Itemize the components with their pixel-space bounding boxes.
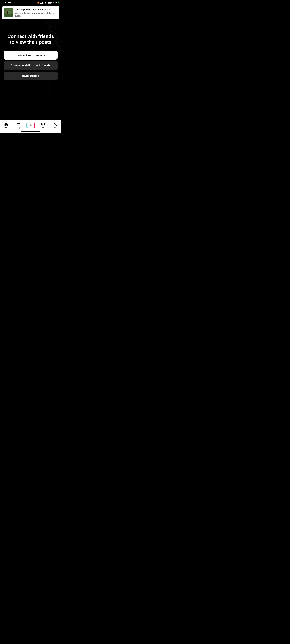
nav-inbox[interactable]: Inbox [37, 122, 49, 128]
signal-icon [40, 2, 43, 4]
status-bar: 6:43 🔕 89% [0, 0, 61, 4]
connect-contacts-button[interactable]: Connect with contacts [4, 51, 58, 60]
nav-inbox-label: Inbox [41, 127, 45, 128]
battery-icon [48, 2, 52, 4]
battery-dot [58, 2, 59, 3]
nav-home-label: Home [4, 127, 8, 128]
status-right: 🔕 89% [37, 2, 59, 4]
svg-rect-9 [48, 2, 51, 3]
notification-card[interactable]: Private photos and effect posted View pr… [2, 6, 60, 20]
buttons-container: Connect with contacts Connect with Faceb… [4, 51, 58, 80]
nav-home[interactable]: Home [0, 122, 12, 128]
nav-create[interactable] [24, 123, 37, 128]
nav-shop[interactable]: Shop [12, 122, 24, 128]
connect-facebook-button[interactable]: Connect with Facebook friends [4, 61, 58, 70]
svg-point-23 [54, 123, 56, 124]
nav-profile[interactable]: Profile [49, 122, 61, 128]
time: 6:43 [2, 1, 7, 4]
svg-text:🔕: 🔕 [37, 2, 40, 4]
camera-icon [8, 2, 11, 4]
status-left: 6:43 [2, 1, 11, 4]
wifi-icon [44, 2, 47, 4]
svg-rect-22 [41, 123, 44, 125]
notification-title: Private photos and effect posted [15, 8, 57, 11]
bottom-nav: Home Shop Inbox [0, 120, 61, 133]
profile-icon [53, 122, 58, 126]
svg-rect-21 [17, 124, 20, 126]
invite-friends-button[interactable]: Invite friends [4, 72, 58, 80]
svg-rect-5 [42, 2, 42, 4]
main-content: Connect with friendsto view their posts … [0, 21, 61, 80]
svg-marker-1 [10, 2, 11, 4]
nav-shop-label: Shop [16, 127, 20, 128]
home-icon [4, 122, 8, 126]
inbox-icon [41, 122, 45, 126]
nav-profile-label: Profile [53, 127, 58, 128]
svg-rect-4 [41, 2, 42, 4]
svg-rect-3 [40, 3, 41, 4]
svg-rect-6 [42, 2, 43, 4]
home-indicator [21, 132, 40, 132]
create-button-inner [27, 123, 34, 128]
create-button[interactable] [27, 123, 34, 128]
notification-thumbnail [4, 8, 13, 17]
mute-icon: 🔕 [37, 2, 40, 4]
svg-point-20 [7, 10, 9, 12]
notification-subtitle: View private photos on your profile. Eff… [15, 12, 57, 17]
headline: Connect with friendsto view their posts [8, 33, 54, 45]
svg-rect-0 [8, 2, 10, 4]
svg-rect-8 [52, 2, 52, 3]
battery-percent: 89% [53, 2, 57, 4]
shop-icon [16, 122, 20, 126]
notification-text: Private photos and effect posted View pr… [15, 8, 57, 17]
svg-point-18 [5, 10, 12, 14]
